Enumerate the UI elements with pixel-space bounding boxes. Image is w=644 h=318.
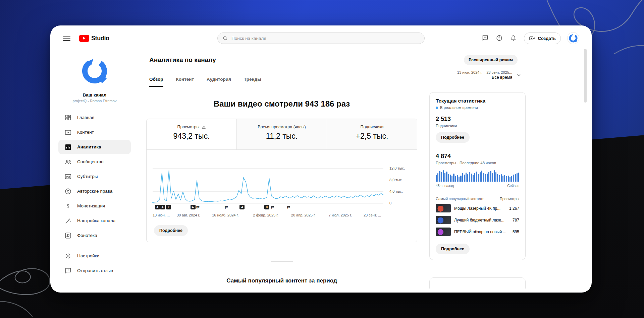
tab-audience[interactable]: Аудитория xyxy=(207,77,231,87)
realtime-bar xyxy=(506,176,507,182)
details-button[interactable]: Подробнее xyxy=(154,225,188,236)
realtime-subscribers-details-button[interactable]: Подробнее xyxy=(436,132,470,143)
tab-trends[interactable]: Тренды xyxy=(244,77,261,87)
sidebar-item-label: Отправить отзыв xyxy=(77,268,113,273)
realtime-content-details-button[interactable]: Подробнее xyxy=(436,244,470,254)
metric-views[interactable]: Просмотры 943,2 тыс. xyxy=(147,119,236,149)
top-content-row[interactable]: ПЕРВЫЙ обзор на новый ... 595 xyxy=(436,228,519,236)
tab-overview[interactable]: Обзор xyxy=(149,77,163,87)
create-button[interactable]: Создать xyxy=(524,33,561,44)
sidebar-item-label: Субтитры xyxy=(77,174,98,179)
sidebar-item-dashboard[interactable]: Главная xyxy=(58,110,131,125)
sidebar-item-monetization[interactable]: Монетизация xyxy=(58,199,131,213)
video-views: 1 267 xyxy=(509,206,519,211)
tab-content[interactable]: Контент xyxy=(176,77,194,87)
notifications-bell-icon[interactable] xyxy=(510,35,517,42)
help-icon[interactable] xyxy=(496,35,503,42)
sidebar-item-community[interactable]: Сообщество xyxy=(58,154,131,169)
key-metrics-card: Просмотры 943,2 тыс. Время просмотра (ча… xyxy=(146,119,417,242)
realtime-bar xyxy=(492,173,493,182)
sidebar-item-settings[interactable]: Настройки xyxy=(58,249,131,263)
metric-watch-time[interactable]: Время просмотра (часы) 11,2 тыс. xyxy=(236,119,327,149)
metric-label: Подписчики xyxy=(327,125,417,129)
upload-marker[interactable]: 3 xyxy=(264,205,269,209)
search-input[interactable] xyxy=(231,36,420,41)
realtime-views-value: 4 874 xyxy=(436,153,519,160)
axis-left-label: 48 ч. назад xyxy=(436,184,454,188)
browser-window: Studio xyxy=(50,25,592,293)
upload-marker[interactable]: 4 xyxy=(155,205,160,209)
realtime-bar xyxy=(487,174,488,182)
sidebar-item-customization[interactable]: Настройка канала xyxy=(58,213,131,228)
video-title: Лучший бюджетный лазе... xyxy=(454,218,509,222)
metric-value: 943,2 тыс. xyxy=(147,132,236,141)
upload-marker[interactable]: ⇄ xyxy=(196,205,200,209)
page-title: Аналитика по каналу xyxy=(149,56,216,64)
realtime-bar xyxy=(517,173,518,182)
studio-logo-text: Studio xyxy=(91,35,109,42)
top-content-row[interactable]: Мощь! Лазерный 4К пр... 1 267 xyxy=(436,204,519,212)
sidebar-item-analytics[interactable]: Аналитика xyxy=(58,140,131,154)
studio-logo[interactable]: Studio xyxy=(79,35,109,42)
advanced-mode-button[interactable]: Расширенный режим xyxy=(464,55,518,65)
realtime-views-label: Просмотры · Последние 48 часов xyxy=(436,161,519,165)
live-label: В реальном времени xyxy=(440,106,478,110)
realtime-bar xyxy=(457,175,458,182)
upload-marker[interactable]: ⇄ xyxy=(225,205,228,209)
analytics-tabs: Обзор Контент Аудитория Тренды xyxy=(149,77,261,87)
upload-marker[interactable]: 4 xyxy=(239,205,245,209)
realtime-live-row: В реальном времени xyxy=(436,106,519,110)
account-avatar[interactable] xyxy=(568,33,579,44)
upload-marker[interactable]: 2 xyxy=(166,205,171,209)
channel-avatar[interactable] xyxy=(78,54,111,88)
top-content-section-title: Самый популярный контент за период xyxy=(146,277,417,284)
feedback-icon[interactable] xyxy=(482,35,489,42)
upload-marker[interactable]: ⇄ xyxy=(271,205,274,209)
axis-right-label: Сейчас xyxy=(507,184,519,188)
upload-marker[interactable]: ⇄ xyxy=(287,205,290,209)
metric-tabs: Просмотры 943,2 тыс. Время просмотра (ча… xyxy=(147,119,417,150)
realtime-bar xyxy=(464,175,465,182)
sidebar-item-subtitles[interactable]: Субтитры xyxy=(58,169,131,184)
realtime-subscribers-label: Подписчики xyxy=(436,124,519,128)
upload-marker[interactable]: 4 xyxy=(160,205,165,209)
sidebar-item-audio-library[interactable]: Фонотека xyxy=(58,228,131,243)
divider xyxy=(430,148,525,148)
sidebar-item-send-feedback[interactable]: Отправить отзыв xyxy=(58,263,131,278)
sidebar-item-label: Главная xyxy=(77,115,94,120)
metric-subscribers[interactable]: Подписчики +2,5 тыс. xyxy=(327,119,417,149)
realtime-bar xyxy=(439,171,440,182)
upload-marker[interactable]: ▶ xyxy=(191,205,196,209)
topbar-actions: Создать xyxy=(482,33,579,44)
realtime-subscribers-value: 2 513 xyxy=(436,116,519,123)
sidebar-item-label: Фонотека xyxy=(77,233,97,238)
top-content-row[interactable]: Лучший бюджетный лазе... 787 xyxy=(436,216,519,224)
realtime-bar xyxy=(509,177,511,182)
next-card-partial xyxy=(429,277,526,289)
sidebar-item-label: Настройка канала xyxy=(77,218,115,223)
scrollbar-thumb[interactable] xyxy=(584,49,587,103)
upload-markers-row: 442▶⇄⇄43⇄⇄ xyxy=(153,205,383,211)
sidebar-item-content[interactable]: Контент xyxy=(58,125,131,139)
channel-search[interactable] xyxy=(217,33,425,44)
sidebar-item-label: Аналитика xyxy=(77,144,101,149)
menu-icon[interactable] xyxy=(63,36,70,41)
x-axis: 13 июн. ... 30 авг. 2024 г. 16 нояб. 202… xyxy=(153,213,383,218)
sidebar-item-copyright[interactable]: Авторские права xyxy=(58,184,131,198)
topbar: Studio xyxy=(54,29,588,47)
list-header-content: Самый популярный контент xyxy=(436,197,484,201)
x-axis-label: 20 апр. 2025 г. xyxy=(291,213,316,217)
video-views: 787 xyxy=(513,218,519,222)
realtime-bar xyxy=(518,173,519,182)
realtime-bar xyxy=(511,176,512,182)
line-chart-plot xyxy=(153,168,383,203)
live-dot-icon xyxy=(436,107,438,109)
realtime-title: Текущая статистика xyxy=(436,98,519,104)
realtime-bar xyxy=(497,174,498,182)
realtime-bar xyxy=(474,173,475,182)
date-range-selector[interactable]: 13 июн. 2024 г. – 23 сент. 2025... Все в… xyxy=(457,70,522,80)
realtime-bar xyxy=(459,177,460,182)
realtime-bar xyxy=(485,174,486,182)
date-range-text: 13 июн. 2024 г. – 23 сент. 2025... Все в… xyxy=(457,70,512,80)
realtime-bar xyxy=(471,174,472,182)
